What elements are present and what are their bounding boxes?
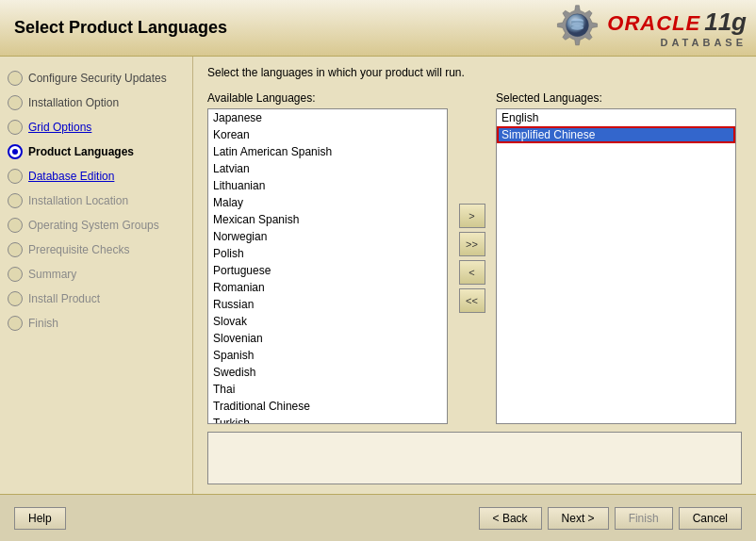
sidebar-label-install-product: Install Product (28, 292, 100, 305)
sidebar-label-product-languages: Product Languages (28, 145, 134, 158)
sidebar-item-prerequisite-checks: Prerequisite Checks (0, 238, 192, 262)
page-title: Select Product Languages (14, 18, 227, 38)
sidebar-label-grid-options: Grid Options (28, 121, 91, 134)
content-area: Select the languages in which your produ… (193, 57, 756, 494)
sidebar-circle-summary (8, 267, 23, 282)
list-item[interactable]: Polish (208, 245, 447, 262)
oracle-brand: ORACLE (607, 11, 700, 36)
selected-label: Selected Languages: (496, 91, 736, 105)
logo-text-area: ORACLE 11g DATABASE (607, 8, 747, 48)
sidebar-label-finish: Finish (28, 317, 58, 330)
sidebar-label-installation-location: Installation Location (28, 194, 128, 207)
list-item[interactable]: Lithuanian (208, 177, 447, 194)
gear-icon (551, 2, 603, 54)
sidebar-item-grid-options[interactable]: Grid Options (0, 115, 192, 139)
footer: Help < Back Next > Finish Cancel (0, 494, 756, 541)
list-item[interactable]: Norwegian (208, 228, 447, 245)
list-item[interactable]: Traditional Chinese (208, 398, 447, 415)
sidebar-item-database-edition[interactable]: Database Edition (0, 164, 192, 189)
sidebar-circle-product-languages (8, 144, 23, 159)
available-label: Available Languages: (207, 91, 448, 105)
list-item[interactable]: Spanish (208, 347, 447, 364)
oracle-version: 11g (704, 8, 747, 37)
sidebar-label-summary: Summary (28, 268, 76, 281)
selected-list-container[interactable]: EnglishSimplified Chinese (496, 108, 736, 424)
add-all-button[interactable]: >> (459, 232, 485, 256)
sidebar-label-installation-option: Installation Option (28, 96, 119, 109)
oracle-logo-area: ORACLE 11g DATABASE (551, 2, 747, 54)
list-item[interactable]: Japanese (208, 109, 447, 126)
list-item[interactable]: Korean (208, 126, 447, 143)
list-item[interactable]: Mexican Spanish (208, 211, 447, 228)
sidebar-circle-database-edition (8, 169, 23, 184)
sidebar-circle-install-product (8, 291, 23, 306)
main-area: Configure Security UpdatesInstallation O… (0, 57, 756, 494)
list-item[interactable]: Portuguese (208, 262, 447, 279)
sidebar-item-installation-option[interactable]: Installation Option (0, 90, 192, 115)
header: Select Product Languages ORACLE (0, 0, 756, 57)
list-item[interactable]: Malay (208, 194, 447, 211)
footer-nav-buttons: < Back Next > Finish Cancel (479, 507, 742, 530)
sidebar-item-product-languages[interactable]: Product Languages (0, 139, 192, 164)
list-item[interactable]: Slovenian (208, 330, 447, 347)
sidebar-label-configure-security: Configure Security Updates (28, 72, 167, 85)
sidebar-item-operating-system-groups: Operating System Groups (0, 213, 192, 238)
finish-button[interactable]: Finish (615, 507, 673, 530)
cancel-button[interactable]: Cancel (679, 507, 742, 530)
selected-panel: Selected Languages: EnglishSimplified Ch… (496, 91, 736, 424)
selected-language-list[interactable]: EnglishSimplified Chinese (497, 109, 735, 423)
list-item[interactable]: Latvian (208, 160, 447, 177)
list-item[interactable]: Romanian (208, 279, 447, 296)
sidebar-item-finish: Finish (0, 311, 192, 336)
remove-button[interactable]: < (459, 260, 485, 285)
remove-all-button[interactable]: << (459, 288, 485, 313)
sidebar-item-install-product: Install Product (0, 287, 192, 311)
list-item[interactable]: Simplified Chinese (497, 126, 735, 143)
sidebar-circle-finish (8, 316, 23, 331)
list-item[interactable]: Latin American Spanish (208, 143, 447, 160)
help-button[interactable]: Help (14, 507, 66, 530)
sidebar-label-operating-system-groups: Operating System Groups (28, 219, 159, 232)
languages-row: Available Languages: JapaneseKoreanLatin… (207, 91, 742, 424)
list-item[interactable]: English (497, 109, 735, 126)
available-list-container[interactable]: JapaneseKoreanLatin American SpanishLatv… (207, 108, 448, 424)
add-button[interactable]: > (459, 204, 485, 228)
list-item[interactable]: Russian (208, 296, 447, 313)
back-button[interactable]: < Back (479, 507, 542, 530)
sidebar-circle-operating-system-groups (8, 218, 23, 233)
sidebar-item-installation-location: Installation Location (0, 189, 192, 213)
sidebar-item-configure-security[interactable]: Configure Security Updates (0, 66, 192, 90)
svg-point-4 (571, 23, 583, 27)
db-label: DATABASE (661, 37, 747, 48)
info-box (207, 432, 742, 484)
list-item[interactable]: Swedish (208, 364, 447, 381)
sidebar-item-summary: Summary (0, 262, 192, 287)
sidebar: Configure Security UpdatesInstallation O… (0, 57, 193, 494)
sidebar-circle-installation-location (8, 193, 23, 208)
sidebar-label-prerequisite-checks: Prerequisite Checks (28, 243, 129, 256)
content-description: Select the languages in which your produ… (207, 66, 742, 79)
list-item[interactable]: Slovak (208, 313, 447, 330)
available-language-list[interactable]: JapaneseKoreanLatin American SpanishLatv… (208, 109, 447, 423)
sidebar-circle-prerequisite-checks (8, 242, 23, 257)
list-item[interactable]: Turkish (208, 415, 447, 423)
sidebar-label-database-edition: Database Edition (28, 170, 114, 183)
next-button[interactable]: Next > (548, 507, 609, 530)
list-item[interactable]: Thai (208, 381, 447, 398)
transfer-buttons-area: > >> < << (455, 91, 488, 424)
sidebar-circle-configure-security (8, 71, 23, 86)
available-panel: Available Languages: JapaneseKoreanLatin… (207, 91, 448, 424)
sidebar-circle-installation-option (8, 95, 23, 110)
sidebar-circle-grid-options (8, 120, 23, 135)
